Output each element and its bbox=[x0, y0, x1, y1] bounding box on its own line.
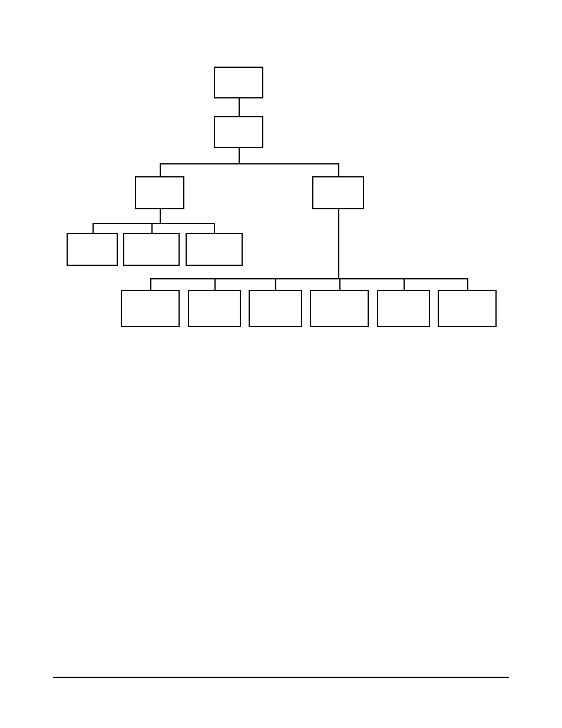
page bbox=[0, 0, 562, 728]
connector-2 bbox=[160, 163, 338, 164]
node-right_branch bbox=[312, 176, 364, 209]
connector-15 bbox=[339, 278, 340, 290]
connector-9 bbox=[214, 223, 215, 233]
node-left_child_a bbox=[67, 233, 118, 266]
node-bottom_f bbox=[438, 290, 497, 327]
node-left_child_c bbox=[186, 233, 243, 266]
connector-4 bbox=[338, 163, 339, 176]
connector-5 bbox=[160, 209, 161, 223]
node-bottom_c bbox=[249, 290, 302, 327]
node-root bbox=[214, 67, 263, 98]
connector-10 bbox=[338, 209, 339, 278]
connector-17 bbox=[467, 278, 468, 290]
connector-12 bbox=[150, 278, 151, 290]
connector-3 bbox=[160, 163, 161, 176]
node-bottom_b bbox=[188, 290, 241, 327]
connector-8 bbox=[151, 223, 153, 233]
node-left_branch bbox=[135, 176, 184, 209]
footer-rule bbox=[53, 677, 509, 678]
connector-6 bbox=[92, 223, 214, 224]
connector-0 bbox=[239, 98, 240, 116]
connector-14 bbox=[275, 278, 276, 290]
connector-7 bbox=[92, 223, 94, 233]
node-bottom_e bbox=[377, 290, 430, 327]
node-left_child_b bbox=[123, 233, 180, 266]
connector-13 bbox=[214, 278, 216, 290]
connector-11 bbox=[150, 278, 467, 279]
node-bottom_d bbox=[310, 290, 369, 327]
connector-1 bbox=[239, 148, 240, 163]
node-bottom_a bbox=[121, 290, 180, 327]
node-level1 bbox=[214, 116, 263, 148]
connector-16 bbox=[404, 278, 405, 290]
